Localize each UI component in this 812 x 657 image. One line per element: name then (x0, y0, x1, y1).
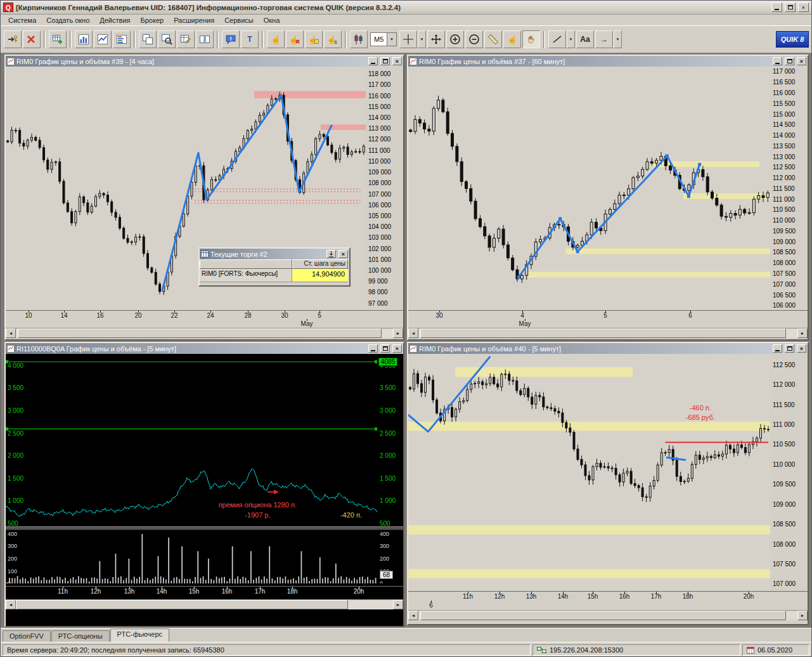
workspace-tab-3[interactable]: РТС-фьючерс (110, 628, 169, 642)
last-volume-badge: 68 (380, 571, 393, 579)
ruler-button[interactable] (484, 30, 502, 48)
scroll-right-button[interactable]: ► (393, 328, 403, 338)
price-tick-label: 111 500 (773, 185, 795, 192)
close-button[interactable]: × (392, 57, 402, 65)
scroll-left-button[interactable]: ◄ (408, 328, 418, 338)
edit-table-button[interactable] (177, 30, 195, 48)
price-tick-label: 1 500 (380, 475, 396, 482)
minimize-button[interactable] (773, 57, 782, 65)
crosshair-button[interactable] (399, 30, 417, 48)
scroll-left-button[interactable]: ◄ (6, 600, 16, 609)
candlestick-chart-60min[interactable] (408, 67, 770, 310)
scroll-right-button[interactable]: ► (393, 600, 403, 609)
maximize-button[interactable] (785, 57, 794, 65)
create-window-button[interactable] (49, 30, 67, 48)
minimize-button[interactable] (773, 344, 782, 353)
scroll-left-button[interactable]: ◄ (6, 328, 16, 338)
menu-item-2[interactable]: Создать окно (41, 15, 94, 25)
window-title: RI110000BQ0A График цены и объёма - [5 м… (16, 345, 366, 353)
new-order-button[interactable]: ☝ (267, 30, 285, 48)
scroll-thumb[interactable] (16, 600, 348, 609)
period-select[interactable]: M5▼ (370, 32, 397, 46)
minimize-button[interactable] (368, 57, 378, 65)
scroll-track[interactable] (16, 328, 393, 338)
menu-item-3[interactable]: Действия (94, 15, 135, 25)
alert-button[interactable]: ! (222, 30, 240, 48)
scroll-right-button[interactable]: ► (797, 328, 808, 338)
line-tool-menu-button[interactable]: ▼ (567, 30, 575, 48)
pointer-button[interactable]: ☝ (503, 30, 521, 48)
maximize-button[interactable] (380, 344, 390, 353)
candlestick-chart-5min[interactable]: -460 п.-685 руб. (408, 354, 770, 591)
app-title: [Кирпичников Геннадий Валерьевич UID: 16… (16, 4, 769, 11)
scroll-left-button[interactable]: ◄ (408, 611, 418, 620)
minimize-button[interactable] (368, 344, 378, 353)
window-titlebar[interactable]: RIM0 График цены и объёма #39 - [4 часа]… (6, 56, 403, 67)
month-axis: May (6, 319, 403, 328)
window-titlebar[interactable]: RI110000BQ0A График цены и объёма - [5 м… (6, 343, 403, 354)
menu-item-7[interactable]: Окна (259, 15, 285, 25)
chevron-down-icon[interactable]: ▼ (387, 33, 396, 46)
option-premium-chart[interactable]: 4 0003 5003 0002 5002 0001 5001 000500пр… (6, 354, 377, 526)
close-button[interactable]: × (392, 344, 402, 353)
workspace-tab-2[interactable]: РТС-опционы (51, 630, 110, 642)
price-step-column-header[interactable]: Ст. шага цены (292, 259, 348, 269)
window-titlebar[interactable]: Текущие торги #2 × (200, 249, 349, 259)
svg-text:Q: Q (6, 4, 11, 11)
scroll-track[interactable] (418, 611, 797, 620)
pin-button[interactable] (326, 250, 336, 258)
scroll-thumb[interactable] (420, 611, 786, 620)
option-chart-window: RI110000BQ0A График цены и объёма - [5 м… (4, 342, 404, 627)
disconnect-button[interactable] (23, 30, 41, 48)
quotes-table-button[interactable] (113, 30, 131, 48)
menu-item-5[interactable]: Расширения (169, 15, 219, 25)
close-button[interactable]: × (797, 344, 806, 353)
copy-table-button[interactable] (139, 30, 157, 48)
conditional-order-button[interactable]: ☝$ (324, 30, 342, 48)
horizontal-scrollbar[interactable]: ◄► (6, 599, 403, 609)
connect-button[interactable] (4, 30, 22, 48)
comment-button[interactable]: T (241, 30, 259, 48)
price-chart-button[interactable] (75, 30, 93, 48)
close-button[interactable]: × (798, 3, 809, 12)
menu-item-4[interactable]: Брокер (136, 15, 169, 25)
menu-item-6[interactable]: Сервисы (219, 15, 259, 25)
zoom-in-button[interactable] (446, 30, 464, 48)
workspace-tab-1[interactable]: OptionFVV (3, 630, 51, 642)
line-chart-button[interactable] (94, 30, 112, 48)
window-titlebar[interactable]: RIM0 График цены и объёма #40 - [5 минут… (408, 343, 808, 354)
horizontal-scrollbar[interactable]: ◄► (6, 328, 403, 338)
time-axis: 11h12h13h14h15h16h17h18h20h (408, 591, 808, 601)
linked-tables-button[interactable] (196, 30, 214, 48)
close-button[interactable]: × (797, 57, 806, 65)
horizontal-scrollbar[interactable]: ◄► (408, 610, 808, 620)
text-tool-button[interactable]: Aa (576, 30, 594, 48)
window-titlebar[interactable]: RIM0 График цены и объёма #37 - [60 мину… (408, 56, 808, 67)
crosshair-menu-button[interactable]: ▼ (418, 30, 426, 48)
menu-item-1[interactable]: Система (3, 15, 41, 25)
maximize-button[interactable] (380, 57, 390, 65)
maximize-button[interactable] (785, 3, 796, 12)
search-table-button[interactable] (158, 30, 176, 48)
maximize-button[interactable] (785, 344, 794, 353)
pan-button[interactable] (522, 30, 540, 48)
scroll-right-button[interactable]: ► (797, 611, 808, 620)
close-button[interactable]: × (338, 250, 348, 258)
stop-order-button[interactable]: ☝ (305, 30, 323, 48)
scroll-track[interactable] (418, 328, 797, 338)
arrow-tool-menu-button[interactable]: ▼ (614, 30, 622, 48)
minimize-button[interactable] (771, 3, 782, 12)
arrow-tool-button[interactable]: → (595, 30, 613, 48)
instrument-column-header[interactable] (200, 259, 292, 269)
month-axis: May (408, 319, 808, 328)
scroll-thumb[interactable] (420, 328, 786, 338)
scroll-thumb[interactable] (18, 328, 382, 338)
cancel-order-button[interactable]: ☝ (286, 30, 304, 48)
zoom-out-button[interactable] (465, 30, 483, 48)
chart-style-button[interactable] (350, 30, 368, 48)
horizontal-scrollbar[interactable]: ◄► (408, 328, 808, 338)
line-tool-button[interactable] (548, 30, 566, 48)
table-row[interactable]: RIM0 [FORTS: Фьючерсы] 14,904900 (200, 269, 349, 282)
scroll-track[interactable] (16, 600, 393, 609)
move-chart-button[interactable] (427, 30, 445, 48)
